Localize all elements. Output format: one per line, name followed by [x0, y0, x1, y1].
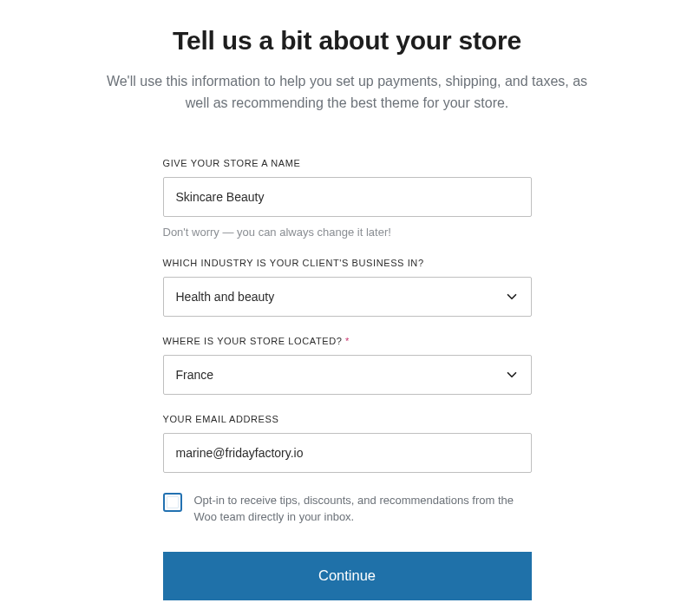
- opt-in-label: Opt-in to receive tips, discounts, and r…: [194, 492, 532, 526]
- page-title: Tell us a bit about your store: [87, 26, 607, 56]
- page-subtitle: We'll use this information to help you s…: [87, 71, 607, 115]
- continue-button[interactable]: Continue: [163, 552, 532, 600]
- email-field-group: YOUR EMAIL ADDRESS: [163, 414, 532, 473]
- email-label: YOUR EMAIL ADDRESS: [163, 414, 532, 424]
- store-name-label: GIVE YOUR STORE A NAME: [163, 158, 532, 168]
- location-select[interactable]: France: [163, 355, 532, 395]
- industry-select[interactable]: Health and beauty: [163, 277, 532, 317]
- opt-in-checkbox[interactable]: [163, 493, 182, 512]
- email-input[interactable]: [163, 433, 532, 473]
- store-name-helper: Don't worry — you can always change it l…: [163, 226, 532, 239]
- location-value: France: [176, 368, 214, 382]
- opt-in-row: Opt-in to receive tips, discounts, and r…: [163, 492, 532, 526]
- store-name-input[interactable]: [163, 177, 532, 217]
- store-name-field-group: GIVE YOUR STORE A NAME Don't worry — you…: [163, 158, 532, 239]
- location-label: WHERE IS YOUR STORE LOCATED? *: [163, 336, 532, 346]
- industry-field-group: WHICH INDUSTRY IS YOUR CLIENT'S BUSINESS…: [163, 258, 532, 317]
- required-indicator: *: [345, 336, 350, 346]
- location-field-group: WHERE IS YOUR STORE LOCATED? * France: [163, 336, 532, 395]
- store-profile-form: GIVE YOUR STORE A NAME Don't worry — you…: [163, 158, 532, 600]
- onboarding-form-container: Tell us a bit about your store We'll use…: [69, 26, 625, 600]
- industry-label: WHICH INDUSTRY IS YOUR CLIENT'S BUSINESS…: [163, 258, 532, 268]
- industry-value: Health and beauty: [176, 290, 275, 304]
